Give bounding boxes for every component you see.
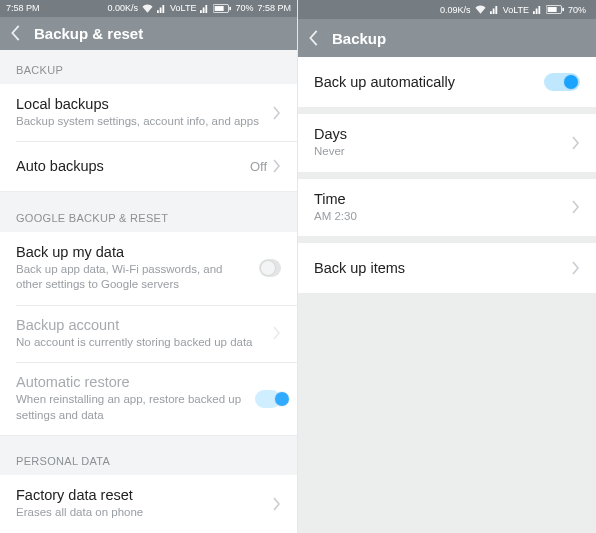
chevron-right-icon (572, 136, 580, 150)
panel-auto: Back up automatically (298, 57, 596, 107)
row-days[interactable]: Days Never (298, 114, 596, 172)
automatic-restore-title: Automatic restore (16, 374, 245, 390)
row-backup-auto[interactable]: Back up automatically (298, 57, 596, 107)
backup-my-data-sub: Back up app data, Wi-Fi passwords, and o… (16, 262, 249, 293)
backup-account-title: Backup account (16, 317, 263, 333)
signal2-icon (200, 4, 209, 13)
panel-days: Days Never (298, 114, 596, 172)
automatic-restore-sub: When reinstalling an app, restore backed… (16, 392, 245, 423)
wifi-icon (142, 4, 153, 13)
wifi-icon (475, 5, 486, 14)
screen-backup: 0.09K/s VoLTE 70% Backup Back (298, 0, 596, 533)
status-bar: 0.09K/s VoLTE 70% (298, 0, 596, 19)
row-auto-backups[interactable]: Auto backups Off (0, 141, 297, 191)
status-battery: 70% (568, 5, 586, 15)
back-icon[interactable] (10, 24, 22, 42)
auto-backups-value: Off (250, 159, 267, 174)
panel-backup: Local backups Backup system settings, ac… (0, 84, 297, 192)
signal-icon (490, 5, 499, 14)
row-factory-reset[interactable]: Factory data reset Erases all data on ph… (0, 475, 297, 533)
panel-google: Back up my data Back up app data, Wi-Fi … (0, 232, 297, 436)
chevron-right-icon (273, 326, 281, 340)
chevron-right-icon (273, 106, 281, 120)
svg-rect-5 (562, 8, 564, 11)
local-backups-sub: Backup system settings, account info, an… (16, 114, 263, 130)
auto-backups-title: Auto backups (16, 158, 240, 174)
status-time: 7:58 PM (6, 3, 40, 13)
svg-rect-4 (548, 7, 557, 12)
title-bar: Backup & reset (0, 17, 297, 50)
backup-account-sub: No account is currently storing backed u… (16, 335, 263, 351)
signal-icon (157, 4, 166, 13)
backup-auto-toggle[interactable] (544, 73, 580, 91)
section-backup-hdr: BACKUP (0, 50, 297, 84)
row-time[interactable]: Time AM 2:30 (298, 179, 596, 237)
svg-rect-1 (215, 6, 224, 11)
page-title: Backup & reset (34, 25, 143, 42)
days-title: Days (314, 126, 562, 142)
backup-items-title: Back up items (314, 260, 562, 276)
status-time-right: 7:58 PM (257, 3, 291, 13)
signal2-icon (533, 5, 542, 14)
status-network: VoLTE (503, 5, 529, 15)
chevron-right-icon (572, 261, 580, 275)
factory-reset-title: Factory data reset (16, 487, 263, 503)
svg-rect-2 (230, 7, 232, 10)
time-title: Time (314, 191, 562, 207)
battery-icon (213, 4, 231, 13)
time-sub: AM 2:30 (314, 209, 562, 225)
status-speed: 0.09K/s (440, 5, 471, 15)
row-automatic-restore[interactable]: Automatic restore When reinstalling an a… (0, 362, 297, 435)
battery-icon (546, 5, 564, 14)
status-battery: 70% (235, 3, 253, 13)
screen-backup-reset: 7:58 PM 0.00K/s VoLTE 70% 7:58 PM Backup… (0, 0, 298, 533)
panel-personal: Factory data reset Erases all data on ph… (0, 475, 297, 533)
chevron-right-icon (273, 497, 281, 511)
row-backup-account[interactable]: Backup account No account is currently s… (0, 305, 297, 363)
local-backups-title: Local backups (16, 96, 263, 112)
title-bar: Backup (298, 19, 596, 57)
backup-my-data-toggle[interactable] (259, 259, 281, 277)
status-bar: 7:58 PM 0.00K/s VoLTE 70% 7:58 PM (0, 0, 297, 17)
backup-my-data-title: Back up my data (16, 244, 249, 260)
status-network: VoLTE (170, 3, 196, 13)
days-sub: Never (314, 144, 562, 160)
page-title: Backup (332, 30, 386, 47)
chevron-right-icon (572, 200, 580, 214)
panel-time: Time AM 2:30 (298, 179, 596, 237)
automatic-restore-toggle[interactable] (255, 390, 281, 408)
backup-auto-title: Back up automatically (314, 74, 534, 90)
row-backup-my-data[interactable]: Back up my data Back up app data, Wi-Fi … (0, 232, 297, 305)
row-local-backups[interactable]: Local backups Backup system settings, ac… (0, 84, 297, 142)
section-google-hdr: GOOGLE BACKUP & RESET (0, 198, 297, 232)
back-icon[interactable] (308, 29, 320, 47)
panel-items: Back up items (298, 243, 596, 293)
row-backup-items[interactable]: Back up items (298, 243, 596, 293)
chevron-right-icon (273, 159, 281, 173)
status-speed: 0.00K/s (108, 3, 139, 13)
factory-reset-sub: Erases all data on phone (16, 505, 263, 521)
section-personal-hdr: PERSONAL DATA (0, 441, 297, 475)
